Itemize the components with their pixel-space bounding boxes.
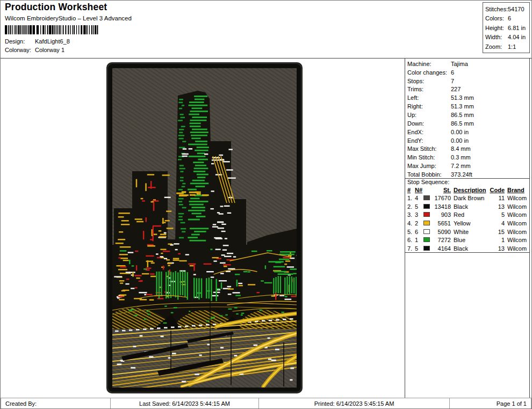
thread-color-swatch — [423, 246, 430, 251]
stop-sequence-header-row: # N# St. Description Code Brand — [407, 186, 529, 194]
summary-row: Zoom: 1:1 — [485, 42, 529, 52]
stop-number: 6. — [407, 237, 415, 243]
machine-info-panel: Machine: Tajima Color changes: 6 Stops: … — [407, 60, 529, 179]
summary-value: 6.81 in — [508, 25, 529, 31]
colorway-row: Colorway: Colorway 1 — [5, 47, 145, 53]
thread-description: Black — [451, 203, 487, 210]
design-label: Design: — [5, 38, 35, 45]
machine-info-row: Up: 86.5 mm — [407, 111, 529, 119]
summary-value: 54170 — [508, 6, 529, 12]
machine-info-label: Stops: — [407, 78, 451, 84]
thread-color-swatch — [423, 212, 430, 217]
machine-info-row: Max Stitch: 8.4 mm — [407, 144, 529, 153]
machine-info-label: EndY: — [407, 137, 451, 144]
machine-info-value: 0.3 mm — [451, 154, 529, 160]
thread-description: Yellow — [451, 220, 487, 227]
summary-label: Stitches: — [485, 6, 508, 12]
machine-info-value: 0.00 in — [451, 137, 529, 144]
thread-code: 13 — [487, 203, 505, 210]
design-preview-image — [106, 62, 303, 393]
design-value: KafdLight6_8 — [35, 38, 145, 45]
summary-row: Stitches: 54170 — [485, 4, 529, 14]
thread-brand: Wilcom — [505, 237, 527, 243]
machine-info-value: 227 — [451, 86, 529, 92]
machine-info-label: Machine: — [407, 61, 451, 67]
stitch-count: 4164 — [432, 245, 451, 252]
stitch-count: 903 — [432, 211, 451, 218]
needle-number: 5 — [415, 245, 423, 252]
thread-color-swatch — [423, 221, 430, 225]
col-header-brand: Brand — [505, 187, 527, 193]
thread-description: White — [451, 229, 487, 235]
machine-info-label: Min Stitch: — [407, 154, 451, 160]
thread-brand: Wilcom — [505, 220, 527, 227]
thread-color-swatch — [423, 237, 430, 242]
design-summary-box: Stitches: 54170 Colors: 6 Height: 6.81 i… — [483, 2, 530, 53]
page-title: Production Worksheet — [5, 2, 107, 13]
col-header-num: # — [407, 187, 415, 193]
stop-number: 1. — [407, 195, 415, 201]
needle-number: 6 — [415, 229, 423, 235]
col-header-code: Code — [487, 187, 505, 193]
stop-sequence-row: 7. 5 4164 Black 13 Wilcom — [407, 244, 529, 253]
stop-sequence-row: 3. 3 903 Red 5 Wilcom — [407, 210, 529, 219]
machine-info-row: Down: 86.5 mm — [407, 119, 529, 128]
stop-sequence-label: Stop Sequence: — [407, 179, 449, 185]
stop-number: 4. — [407, 220, 415, 227]
thread-code: 15 — [487, 229, 505, 235]
needle-number: 5 — [415, 203, 423, 210]
thread-brand: Wilcom — [505, 229, 527, 235]
machine-info-label: Right: — [407, 103, 451, 109]
needle-number: 1 — [415, 237, 423, 243]
machine-info-value: 6 — [451, 69, 529, 76]
footer-page-number: Page 1 of 1 — [449, 398, 531, 409]
machine-info-value: 0.00 in — [451, 129, 529, 135]
thread-color-swatch — [423, 229, 430, 234]
stop-sequence-row: 6. 1 7272 Blue 1 Wilcom — [407, 236, 529, 244]
stitch-count: 17670 — [432, 195, 451, 201]
summary-label: Width: — [485, 34, 508, 40]
needle-number: 4 — [415, 195, 423, 201]
col-header-stitches: St. — [432, 187, 451, 193]
machine-info-label: Total Bobbin: — [407, 171, 451, 178]
thread-code: 11 — [487, 195, 505, 201]
summary-row: Width: 4.04 in — [485, 33, 529, 42]
thread-color-swatch — [423, 204, 430, 209]
machine-info-row: EndX: 0.00 in — [407, 128, 529, 136]
header-separator — [1, 58, 531, 59]
summary-row: Colors: 6 — [485, 14, 529, 24]
design-name-row: Design: KafdLight6_8 — [5, 38, 145, 45]
thread-description: Dark Brown — [451, 195, 487, 201]
summary-label: Zoom: — [485, 43, 508, 50]
machine-info-row: Machine: Tajima — [407, 60, 529, 68]
summary-label: Colors: — [485, 15, 508, 21]
stop-number: 3. — [407, 211, 415, 218]
thread-brand: Wilcom — [505, 195, 527, 201]
machine-info-label: Max Stitch: — [407, 145, 451, 152]
needle-number: 3 — [415, 211, 423, 218]
machine-info-row: Min Stitch: 0.3 mm — [407, 153, 529, 162]
stop-sequence-row: 1. 4 17670 Dark Brown 11 Wilcom — [407, 194, 529, 202]
thread-code: 4 — [487, 220, 505, 227]
thread-brand: Wilcom — [505, 245, 527, 252]
machine-info-value: 86.5 mm — [451, 112, 529, 118]
colorway-value: Colorway 1 — [35, 47, 145, 53]
machine-info-value: 8.4 mm — [451, 145, 529, 152]
machine-info-row: Left: 51.3 mm — [407, 93, 529, 102]
summary-label: Height: — [485, 25, 508, 31]
machine-info-label: Max Jump: — [407, 163, 451, 169]
thread-code: 1 — [487, 237, 505, 243]
app-subtitle: Wilcom EmbroideryStudio – Level 3 Advanc… — [5, 15, 132, 21]
barcode-image — [5, 25, 100, 34]
summary-row: Height: 6.81 in — [485, 23, 529, 33]
machine-info-row: Stops: 7 — [407, 77, 529, 85]
footer-created-by: Created By: — [1, 398, 111, 409]
footer-printed: Printed: 6/14/2023 5:45:15 AM — [258, 398, 450, 409]
stop-number: 2. — [407, 203, 415, 210]
machine-info-value: 7.2 mm — [451, 163, 529, 169]
thread-code: 13 — [487, 245, 505, 252]
summary-value: 6 — [508, 15, 529, 21]
summary-value: 1:1 — [508, 43, 529, 50]
machine-info-value: 51.3 mm — [451, 94, 529, 101]
machine-info-label: Down: — [407, 120, 451, 127]
